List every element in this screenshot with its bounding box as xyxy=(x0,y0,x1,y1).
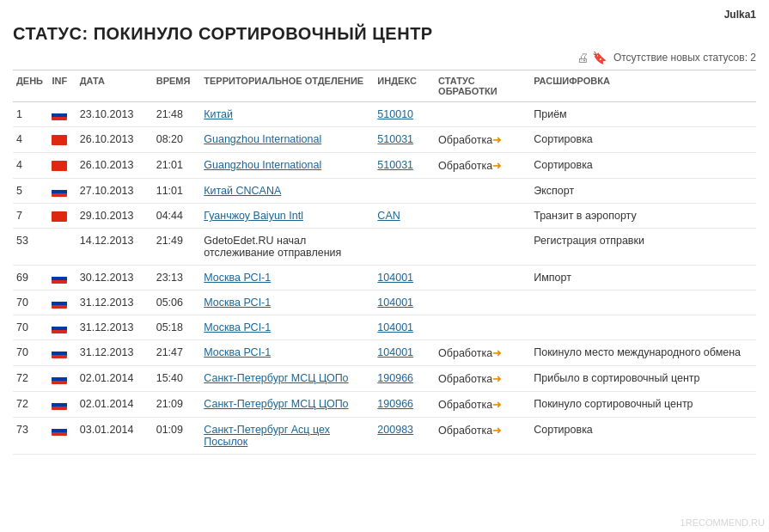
cell-index[interactable]: 104001 xyxy=(374,290,435,315)
info-icon[interactable]: 🔖 xyxy=(592,51,607,64)
cell-status xyxy=(435,102,530,127)
cell-flag xyxy=(48,127,76,153)
cell-status xyxy=(435,290,530,315)
cell-status: Обработка➜ xyxy=(435,127,530,153)
cell-flag xyxy=(48,392,76,418)
cell-region[interactable]: Москва РСI-1 xyxy=(200,340,374,366)
header-inf: INF xyxy=(48,70,76,102)
cell-flag xyxy=(48,315,76,340)
arrow-icon: ➜ xyxy=(492,372,502,385)
cell-date: 02.01.2014 xyxy=(76,392,153,418)
tracking-table: ДЕНЬ INF ДАТА ВРЕМЯ ТЕРРИТОРИАЛЬНОЕ ОТДЕ… xyxy=(13,70,756,455)
cell-flag xyxy=(48,153,76,179)
header-time: ВРЕМЯ xyxy=(153,70,201,102)
cell-decode: Прибыло в сортировочный центр xyxy=(530,366,756,392)
cell-status: Обработка➜ xyxy=(435,418,530,455)
header-region: ТЕРРИТОРИАЛЬНОЕ ОТДЕЛЕНИЕ xyxy=(200,70,374,102)
cell-decode: Сортировка xyxy=(530,153,756,179)
table-row: 7202.01.201415:40Санкт-Петербург МСЦ ЦОП… xyxy=(13,366,756,392)
cell-index xyxy=(374,179,435,204)
cell-day: 73 xyxy=(13,418,48,455)
arrow-icon: ➜ xyxy=(492,398,502,411)
cell-index[interactable]: 510031 xyxy=(374,127,435,153)
cell-region[interactable]: Москва РСI-1 xyxy=(200,266,374,290)
cell-region[interactable]: Китай CNCANA xyxy=(200,179,374,204)
header-date: ДАТА xyxy=(76,70,153,102)
cell-region[interactable]: Москва РСI-1 xyxy=(200,315,374,340)
arrow-icon: ➜ xyxy=(492,159,502,172)
cell-index[interactable]: 510031 xyxy=(374,153,435,179)
cell-flag xyxy=(48,290,76,315)
cell-time: 21:47 xyxy=(153,340,201,366)
cell-index[interactable]: CAN xyxy=(374,204,435,229)
cell-status xyxy=(435,229,530,266)
cell-flag xyxy=(48,102,76,127)
table-row: 729.10.201304:44Гуанчжоу Baiyun IntlCANТ… xyxy=(13,204,756,229)
cell-region[interactable]: Санкт-Петербург Асц цех Посылок xyxy=(200,418,374,455)
cell-index[interactable]: 190966 xyxy=(374,366,435,392)
cell-time: 01:09 xyxy=(153,418,201,455)
cell-region: GdetoEdet.RU начал отслеживание отправле… xyxy=(200,229,374,266)
username-label: Julka1 xyxy=(724,9,756,21)
cell-region[interactable]: Guangzhou International xyxy=(200,127,374,153)
cell-time: 23:13 xyxy=(153,266,201,290)
cell-status xyxy=(435,204,530,229)
cell-flag xyxy=(48,229,76,266)
cell-date: 02.01.2014 xyxy=(76,366,153,392)
cell-status xyxy=(435,266,530,290)
table-row: 123.10.201321:48Китай510010Приём xyxy=(13,102,756,127)
cell-status: Обработка➜ xyxy=(435,392,530,418)
cell-region[interactable]: Гуанчжоу Baiyun Intl xyxy=(200,204,374,229)
cell-index[interactable]: 104001 xyxy=(374,266,435,290)
table-row: 7202.01.201421:09Санкт-Петербург МСЦ ЦОП… xyxy=(13,392,756,418)
cell-date: 03.01.2014 xyxy=(76,418,153,455)
cell-region[interactable]: Китай xyxy=(200,102,374,127)
cell-date: 31.12.2013 xyxy=(76,340,153,366)
cell-time: 04:44 xyxy=(153,204,201,229)
cell-date: 23.10.2013 xyxy=(76,102,153,127)
cell-flag xyxy=(48,204,76,229)
table-row: 6930.12.201323:13Москва РСI-1104001Импор… xyxy=(13,266,756,290)
cell-day: 4 xyxy=(13,127,48,153)
cell-region[interactable]: Санкт-Петербург МСЦ ЦОПо xyxy=(200,366,374,392)
table-row: 7031.12.201321:47Москва РСI-1104001Обраб… xyxy=(13,340,756,366)
cell-decode: Транзит в аэропорту xyxy=(530,204,756,229)
cell-flag xyxy=(48,179,76,204)
cell-day: 7 xyxy=(13,204,48,229)
cell-day: 70 xyxy=(13,315,48,340)
cell-decode: Экспорт xyxy=(530,179,756,204)
cell-decode: Регистрация отправки xyxy=(530,229,756,266)
cell-date: 31.12.2013 xyxy=(76,315,153,340)
cell-decode: Покинуло место международного обмена xyxy=(530,340,756,366)
table-row: 527.10.201311:01Китай CNCANAЭкспорт xyxy=(13,179,756,204)
cell-region[interactable]: Guangzhou International xyxy=(200,153,374,179)
cell-time: 15:40 xyxy=(153,366,201,392)
cell-index[interactable]: 200983 xyxy=(374,418,435,455)
print-icon[interactable]: 🖨 xyxy=(577,51,589,64)
cell-status: Обработка➜ xyxy=(435,366,530,392)
cell-time: 08:20 xyxy=(153,127,201,153)
cell-index[interactable]: 104001 xyxy=(374,340,435,366)
cell-status xyxy=(435,315,530,340)
cell-index[interactable]: 510010 xyxy=(374,102,435,127)
cell-region[interactable]: Москва РСI-1 xyxy=(200,290,374,315)
table-row: 426.10.201321:01Guangzhou International5… xyxy=(13,153,756,179)
cell-status: Обработка➜ xyxy=(435,153,530,179)
table-row: 426.10.201308:20Guangzhou International5… xyxy=(13,127,756,153)
cell-flag xyxy=(48,266,76,290)
cell-time: 05:18 xyxy=(153,315,201,340)
cell-index[interactable]: 190966 xyxy=(374,392,435,418)
cell-region[interactable]: Санкт-Петербург МСЦ ЦОПо xyxy=(200,392,374,418)
page-title: СТАТУС: ПОКИНУЛО СОРТИРОВОЧНЫЙ ЦЕНТР xyxy=(13,24,756,44)
table-row: 7031.12.201305:06Москва РСI-1104001 xyxy=(13,290,756,315)
table-header-row: ДЕНЬ INF ДАТА ВРЕМЯ ТЕРРИТОРИАЛЬНОЕ ОТДЕ… xyxy=(13,70,756,102)
cell-decode: Приём xyxy=(530,102,756,127)
cell-time: 21:49 xyxy=(153,229,201,266)
cell-status: Обработка➜ xyxy=(435,340,530,366)
cell-index[interactable]: 104001 xyxy=(374,315,435,340)
cell-decode xyxy=(530,315,756,340)
header-index: ИНДЕКС xyxy=(374,70,435,102)
cell-day: 70 xyxy=(13,290,48,315)
cell-date: 26.10.2013 xyxy=(76,153,153,179)
cell-date: 26.10.2013 xyxy=(76,127,153,153)
